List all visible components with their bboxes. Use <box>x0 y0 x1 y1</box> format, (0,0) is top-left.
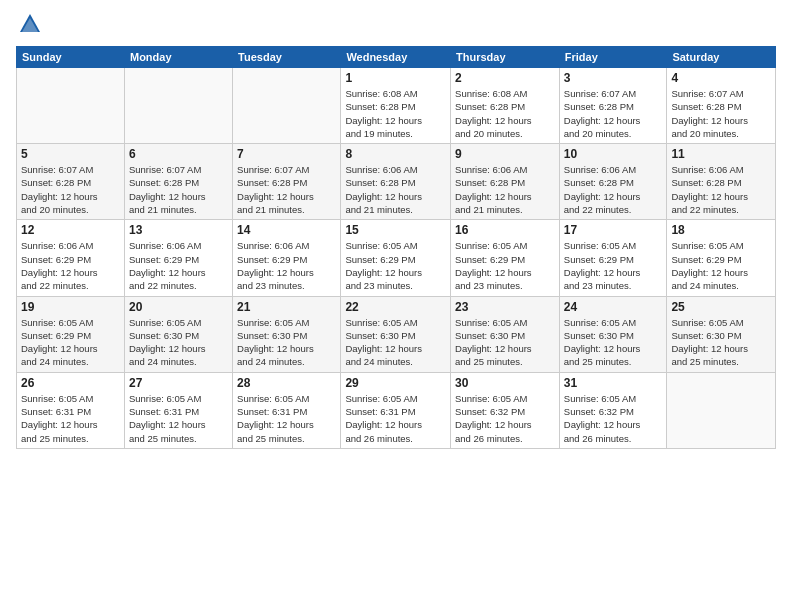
day-cell: 5Sunrise: 6:07 AMSunset: 6:28 PMDaylight… <box>17 144 125 220</box>
day-number: 3 <box>564 71 663 85</box>
day-cell: 22Sunrise: 6:05 AMSunset: 6:30 PMDayligh… <box>341 296 451 372</box>
day-info: Sunrise: 6:06 AMSunset: 6:28 PMDaylight:… <box>455 163 555 216</box>
day-info: Sunrise: 6:05 AMSunset: 6:30 PMDaylight:… <box>129 316 228 369</box>
day-cell: 13Sunrise: 6:06 AMSunset: 6:29 PMDayligh… <box>124 220 232 296</box>
day-info: Sunrise: 6:07 AMSunset: 6:28 PMDaylight:… <box>237 163 336 216</box>
logo-icon <box>16 10 44 38</box>
day-cell: 30Sunrise: 6:05 AMSunset: 6:32 PMDayligh… <box>451 372 560 448</box>
day-number: 6 <box>129 147 228 161</box>
day-number: 16 <box>455 223 555 237</box>
day-cell: 19Sunrise: 6:05 AMSunset: 6:29 PMDayligh… <box>17 296 125 372</box>
day-cell: 18Sunrise: 6:05 AMSunset: 6:29 PMDayligh… <box>667 220 776 296</box>
day-number: 22 <box>345 300 446 314</box>
day-cell: 4Sunrise: 6:07 AMSunset: 6:28 PMDaylight… <box>667 68 776 144</box>
weekday-wednesday: Wednesday <box>341 47 451 68</box>
day-info: Sunrise: 6:05 AMSunset: 6:30 PMDaylight:… <box>671 316 771 369</box>
day-info: Sunrise: 6:05 AMSunset: 6:31 PMDaylight:… <box>237 392 336 445</box>
weekday-monday: Monday <box>124 47 232 68</box>
day-cell: 23Sunrise: 6:05 AMSunset: 6:30 PMDayligh… <box>451 296 560 372</box>
day-cell: 9Sunrise: 6:06 AMSunset: 6:28 PMDaylight… <box>451 144 560 220</box>
week-row-1: 1Sunrise: 6:08 AMSunset: 6:28 PMDaylight… <box>17 68 776 144</box>
day-number: 29 <box>345 376 446 390</box>
day-number: 1 <box>345 71 446 85</box>
day-info: Sunrise: 6:05 AMSunset: 6:30 PMDaylight:… <box>237 316 336 369</box>
day-number: 5 <box>21 147 120 161</box>
day-info: Sunrise: 6:06 AMSunset: 6:29 PMDaylight:… <box>237 239 336 292</box>
day-number: 14 <box>237 223 336 237</box>
day-number: 18 <box>671 223 771 237</box>
day-cell: 16Sunrise: 6:05 AMSunset: 6:29 PMDayligh… <box>451 220 560 296</box>
day-cell: 14Sunrise: 6:06 AMSunset: 6:29 PMDayligh… <box>233 220 341 296</box>
page: SundayMondayTuesdayWednesdayThursdayFrid… <box>0 0 792 612</box>
day-number: 17 <box>564 223 663 237</box>
day-number: 25 <box>671 300 771 314</box>
day-cell: 26Sunrise: 6:05 AMSunset: 6:31 PMDayligh… <box>17 372 125 448</box>
day-info: Sunrise: 6:06 AMSunset: 6:29 PMDaylight:… <box>129 239 228 292</box>
day-info: Sunrise: 6:05 AMSunset: 6:29 PMDaylight:… <box>671 239 771 292</box>
day-cell: 21Sunrise: 6:05 AMSunset: 6:30 PMDayligh… <box>233 296 341 372</box>
day-info: Sunrise: 6:05 AMSunset: 6:29 PMDaylight:… <box>345 239 446 292</box>
day-info: Sunrise: 6:06 AMSunset: 6:28 PMDaylight:… <box>564 163 663 216</box>
day-number: 21 <box>237 300 336 314</box>
day-number: 27 <box>129 376 228 390</box>
day-info: Sunrise: 6:05 AMSunset: 6:31 PMDaylight:… <box>345 392 446 445</box>
day-number: 31 <box>564 376 663 390</box>
day-number: 19 <box>21 300 120 314</box>
day-cell: 6Sunrise: 6:07 AMSunset: 6:28 PMDaylight… <box>124 144 232 220</box>
week-row-3: 12Sunrise: 6:06 AMSunset: 6:29 PMDayligh… <box>17 220 776 296</box>
day-cell: 15Sunrise: 6:05 AMSunset: 6:29 PMDayligh… <box>341 220 451 296</box>
day-number: 7 <box>237 147 336 161</box>
week-row-4: 19Sunrise: 6:05 AMSunset: 6:29 PMDayligh… <box>17 296 776 372</box>
day-info: Sunrise: 6:06 AMSunset: 6:28 PMDaylight:… <box>345 163 446 216</box>
weekday-header-row: SundayMondayTuesdayWednesdayThursdayFrid… <box>17 47 776 68</box>
day-info: Sunrise: 6:05 AMSunset: 6:31 PMDaylight:… <box>129 392 228 445</box>
day-cell: 7Sunrise: 6:07 AMSunset: 6:28 PMDaylight… <box>233 144 341 220</box>
day-number: 12 <box>21 223 120 237</box>
day-info: Sunrise: 6:05 AMSunset: 6:30 PMDaylight:… <box>564 316 663 369</box>
day-number: 10 <box>564 147 663 161</box>
day-info: Sunrise: 6:06 AMSunset: 6:28 PMDaylight:… <box>671 163 771 216</box>
day-number: 20 <box>129 300 228 314</box>
weekday-tuesday: Tuesday <box>233 47 341 68</box>
day-number: 28 <box>237 376 336 390</box>
day-cell: 11Sunrise: 6:06 AMSunset: 6:28 PMDayligh… <box>667 144 776 220</box>
day-number: 2 <box>455 71 555 85</box>
week-row-5: 26Sunrise: 6:05 AMSunset: 6:31 PMDayligh… <box>17 372 776 448</box>
day-cell: 24Sunrise: 6:05 AMSunset: 6:30 PMDayligh… <box>559 296 667 372</box>
day-cell: 17Sunrise: 6:05 AMSunset: 6:29 PMDayligh… <box>559 220 667 296</box>
day-cell <box>124 68 232 144</box>
day-info: Sunrise: 6:05 AMSunset: 6:32 PMDaylight:… <box>564 392 663 445</box>
day-number: 30 <box>455 376 555 390</box>
day-info: Sunrise: 6:07 AMSunset: 6:28 PMDaylight:… <box>671 87 771 140</box>
day-number: 9 <box>455 147 555 161</box>
day-cell: 12Sunrise: 6:06 AMSunset: 6:29 PMDayligh… <box>17 220 125 296</box>
day-cell <box>233 68 341 144</box>
header <box>16 10 776 38</box>
day-number: 15 <box>345 223 446 237</box>
weekday-thursday: Thursday <box>451 47 560 68</box>
day-info: Sunrise: 6:05 AMSunset: 6:29 PMDaylight:… <box>564 239 663 292</box>
day-number: 24 <box>564 300 663 314</box>
day-info: Sunrise: 6:05 AMSunset: 6:30 PMDaylight:… <box>455 316 555 369</box>
day-cell: 31Sunrise: 6:05 AMSunset: 6:32 PMDayligh… <box>559 372 667 448</box>
day-cell <box>17 68 125 144</box>
weekday-sunday: Sunday <box>17 47 125 68</box>
logo <box>16 10 48 38</box>
day-info: Sunrise: 6:05 AMSunset: 6:30 PMDaylight:… <box>345 316 446 369</box>
day-cell: 1Sunrise: 6:08 AMSunset: 6:28 PMDaylight… <box>341 68 451 144</box>
day-cell: 29Sunrise: 6:05 AMSunset: 6:31 PMDayligh… <box>341 372 451 448</box>
day-cell: 3Sunrise: 6:07 AMSunset: 6:28 PMDaylight… <box>559 68 667 144</box>
day-number: 13 <box>129 223 228 237</box>
day-info: Sunrise: 6:05 AMSunset: 6:29 PMDaylight:… <box>455 239 555 292</box>
day-info: Sunrise: 6:05 AMSunset: 6:31 PMDaylight:… <box>21 392 120 445</box>
day-info: Sunrise: 6:07 AMSunset: 6:28 PMDaylight:… <box>129 163 228 216</box>
day-cell <box>667 372 776 448</box>
day-number: 26 <box>21 376 120 390</box>
day-info: Sunrise: 6:07 AMSunset: 6:28 PMDaylight:… <box>564 87 663 140</box>
day-info: Sunrise: 6:05 AMSunset: 6:32 PMDaylight:… <box>455 392 555 445</box>
day-cell: 10Sunrise: 6:06 AMSunset: 6:28 PMDayligh… <box>559 144 667 220</box>
day-cell: 20Sunrise: 6:05 AMSunset: 6:30 PMDayligh… <box>124 296 232 372</box>
day-number: 11 <box>671 147 771 161</box>
weekday-saturday: Saturday <box>667 47 776 68</box>
day-info: Sunrise: 6:06 AMSunset: 6:29 PMDaylight:… <box>21 239 120 292</box>
